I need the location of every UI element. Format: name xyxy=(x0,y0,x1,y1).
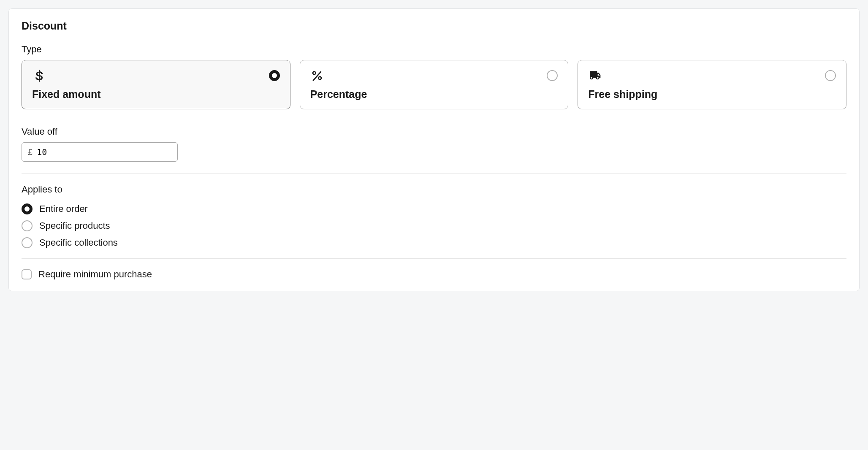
type-option-fixed[interactable]: Fixed amount xyxy=(22,60,290,109)
applies-option-label: Specific collections xyxy=(39,237,118,248)
require-min-purchase-row[interactable]: Require minimum purchase xyxy=(22,269,846,280)
divider xyxy=(22,173,846,174)
radio-indicator xyxy=(22,237,33,248)
applies-option-specific-products[interactable]: Specific products xyxy=(22,220,846,231)
require-min-purchase-label: Require minimum purchase xyxy=(38,269,152,280)
card-title: Discount xyxy=(22,20,846,32)
type-section: Type Fixed amount Percentage xyxy=(22,44,846,109)
applies-option-label: Entire order xyxy=(39,203,88,214)
type-card-header xyxy=(588,69,836,82)
type-option-percentage[interactable]: Percentage xyxy=(300,60,569,109)
radio-indicator xyxy=(22,203,33,214)
applies-option-label: Specific products xyxy=(39,220,110,231)
truck-icon xyxy=(588,69,602,82)
type-option-label: Fixed amount xyxy=(32,88,280,100)
value-off-input[interactable] xyxy=(37,147,171,157)
value-off-input-wrapper[interactable]: £ xyxy=(22,142,178,162)
type-label: Type xyxy=(22,44,846,55)
discount-card: Discount Type Fixed amount xyxy=(8,8,860,291)
applies-option-entire-order[interactable]: Entire order xyxy=(22,203,846,214)
applies-to-section: Applies to Entire order Specific product… xyxy=(22,184,846,248)
type-option-free-shipping[interactable]: Free shipping xyxy=(578,60,846,109)
divider xyxy=(22,258,846,259)
dollar-icon xyxy=(32,69,46,82)
type-card-header xyxy=(310,69,558,82)
value-off-label: Value off xyxy=(22,126,846,137)
applies-to-label: Applies to xyxy=(22,184,846,195)
radio-indicator xyxy=(22,220,33,231)
currency-prefix: £ xyxy=(28,147,33,157)
type-card-header xyxy=(32,69,280,82)
percent-icon xyxy=(310,69,324,82)
checkbox xyxy=(22,269,32,279)
type-option-label: Percentage xyxy=(310,88,558,100)
radio-indicator xyxy=(825,70,836,81)
applies-option-specific-collections[interactable]: Specific collections xyxy=(22,237,846,248)
value-off-section: Value off £ xyxy=(22,126,846,162)
radio-indicator xyxy=(547,70,558,81)
type-option-label: Free shipping xyxy=(588,88,836,100)
radio-indicator xyxy=(269,70,280,81)
type-row: Fixed amount Percentage Fr xyxy=(22,60,846,109)
